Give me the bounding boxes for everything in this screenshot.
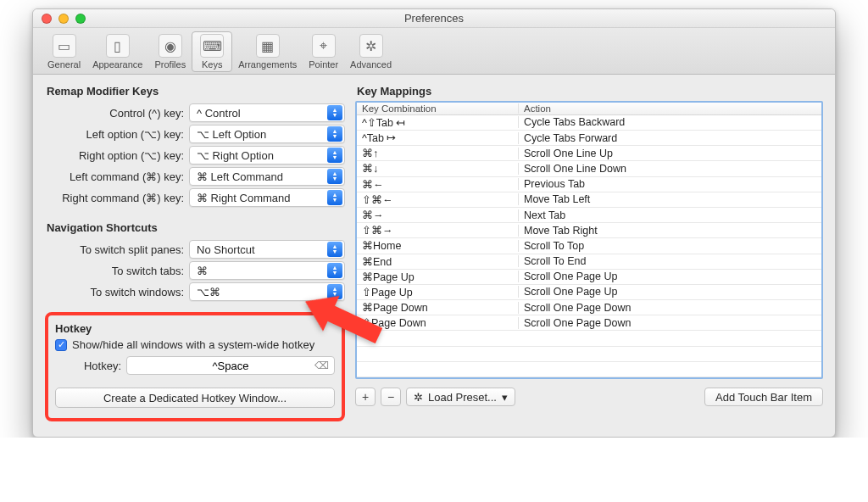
tab-label: Profiles bbox=[154, 59, 186, 70]
remap-label: Right command (⌘) key: bbox=[45, 192, 189, 204]
add-touchbar-button[interactable]: Add Touch Bar Item bbox=[704, 388, 823, 406]
tab-arrangements[interactable]: ▦ Arrangements bbox=[232, 31, 303, 72]
close-icon[interactable] bbox=[42, 14, 52, 24]
cell-combo: ⇧⌘→ bbox=[357, 224, 518, 237]
tab-profiles[interactable]: ◉ Profiles bbox=[148, 31, 192, 72]
showhide-label: Show/hide all windows with a system-wide… bbox=[72, 338, 314, 351]
cell-action: Scroll One Page Down bbox=[518, 302, 821, 314]
table-row[interactable]: ^Tab ↦ Cycle Tabs Forward bbox=[357, 131, 821, 146]
hotkey-field[interactable]: ^Space ⌫ bbox=[126, 356, 335, 375]
remap-row: Left option (⌥) key: ⌥ Left Option ▲▼ bbox=[45, 125, 345, 143]
minimize-icon[interactable] bbox=[58, 14, 69, 24]
table-row[interactable]: ⌘Page Up Scroll One Page Up bbox=[357, 270, 821, 285]
updown-icon: ▲▼ bbox=[327, 263, 342, 278]
clear-icon[interactable]: ⌫ bbox=[314, 360, 329, 371]
hotkey-field-value: ^Space bbox=[213, 360, 249, 372]
cell-combo: ^⇧Tab ↤ bbox=[357, 116, 518, 129]
arrangements-icon: ▦ bbox=[256, 34, 280, 58]
table-row[interactable]: ⇧⌘← Move Tab Left bbox=[357, 192, 821, 208]
remap-select[interactable]: ⌘ Right Command ▲▼ bbox=[189, 188, 345, 207]
tab-keys[interactable]: ⌨︎ Keys bbox=[192, 31, 232, 72]
showhide-checkbox[interactable]: ✓ bbox=[55, 339, 67, 351]
nav-label: To switch windows: bbox=[45, 286, 189, 298]
table-row-empty bbox=[357, 331, 821, 346]
tab-appearance[interactable]: ▯ Appearance bbox=[86, 31, 148, 72]
zoom-icon[interactable] bbox=[75, 14, 86, 24]
remap-value: ⌘ Left Command bbox=[197, 170, 283, 183]
keymap-title: Key Mappings bbox=[357, 85, 823, 98]
add-mapping-button[interactable]: + bbox=[355, 388, 376, 406]
cell-combo: ⌘↓ bbox=[357, 162, 518, 175]
remap-select[interactable]: ⌘ Left Command ▲▼ bbox=[189, 167, 345, 186]
cell-action: Scroll To Top bbox=[518, 240, 821, 252]
cell-combo: ^Tab ↦ bbox=[357, 131, 518, 144]
cell-combo: ⌘Page Up bbox=[357, 271, 518, 283]
window-title: Preferences bbox=[33, 12, 835, 25]
remap-title: Remap Modifier Keys bbox=[47, 85, 345, 98]
table-row[interactable]: ⌘Home Scroll To Top bbox=[357, 238, 821, 254]
hotkey-section: Hotkey ✓ Show/hide all windows with a sy… bbox=[45, 312, 345, 421]
cell-combo: ⇧⌘← bbox=[357, 193, 518, 206]
chevron-down-icon: ▾ bbox=[502, 391, 508, 404]
cell-action: Scroll One Line Down bbox=[518, 163, 821, 175]
table-row[interactable]: ⌘End Scroll To End bbox=[357, 254, 821, 270]
table-row[interactable]: ⌘← Previous Tab bbox=[357, 177, 821, 192]
remap-row: Control (^) key: ^ Control ▲▼ bbox=[45, 103, 345, 122]
remap-select[interactable]: ⌥ Left Option ▲▼ bbox=[189, 125, 345, 143]
table-row[interactable]: ⇧Page Down Scroll One Page Down bbox=[357, 315, 821, 331]
tab-label: Pointer bbox=[309, 59, 338, 70]
keymap-header: Key Combination Action bbox=[357, 103, 821, 115]
cell-combo: ⌘→ bbox=[357, 209, 518, 221]
cell-action: Cycle Tabs Forward bbox=[518, 132, 821, 144]
cell-action: Scroll To End bbox=[518, 255, 821, 267]
gear-icon: ✲ bbox=[414, 391, 423, 404]
titlebar[interactable]: Preferences bbox=[33, 9, 835, 28]
keymap-table[interactable]: Key Combination Action ^⇧Tab ↤ Cycle Tab… bbox=[355, 101, 823, 379]
load-preset-dropdown[interactable]: ✲ Load Preset... ▾ bbox=[406, 388, 515, 406]
remap-label: Right option (⌥) key: bbox=[45, 149, 189, 162]
cell-action: Scroll One Page Up bbox=[518, 271, 821, 282]
tab-advanced[interactable]: ✲ Advanced bbox=[344, 31, 398, 72]
table-row[interactable]: ⌘↓ Scroll One Line Down bbox=[357, 161, 821, 176]
keys-icon: ⌨︎ bbox=[200, 34, 224, 58]
remap-select[interactable]: ⌥ Right Option ▲▼ bbox=[189, 146, 345, 165]
hotkey-field-label: Hotkey: bbox=[55, 360, 126, 372]
remove-mapping-button[interactable]: − bbox=[381, 388, 401, 406]
left-column: Remap Modifier Keys Control (^) key: ^ C… bbox=[45, 83, 345, 421]
create-hotkey-window-button[interactable]: Create a Dedicated Hotkey Window... bbox=[55, 388, 335, 408]
table-row[interactable]: ⌘→ Next Tab bbox=[357, 208, 821, 223]
general-icon: ▭ bbox=[53, 34, 76, 58]
tab-label: Keys bbox=[202, 59, 222, 70]
pointer-icon: ⌖ bbox=[312, 34, 336, 58]
nav-select[interactable]: No Shortcut ▲▼ bbox=[189, 240, 345, 259]
header-action[interactable]: Action bbox=[518, 103, 821, 114]
nav-select[interactable]: ⌘ ▲▼ bbox=[189, 261, 345, 280]
nav-label: To switch tabs: bbox=[45, 265, 189, 277]
header-combo[interactable]: Key Combination bbox=[357, 103, 518, 114]
table-row[interactable]: ⇧Page Up Scroll One Page Up bbox=[357, 285, 821, 300]
tab-label: Arrangements bbox=[238, 59, 297, 70]
cell-action: Previous Tab bbox=[518, 178, 821, 190]
table-row[interactable]: ⌘Page Down Scroll One Page Down bbox=[357, 300, 821, 315]
cell-action: Scroll One Page Down bbox=[518, 317, 821, 329]
remap-label: Control (^) key: bbox=[45, 107, 189, 120]
table-row[interactable]: ^⇧Tab ↤ Cycle Tabs Backward bbox=[357, 115, 821, 131]
tab-label: Appearance bbox=[92, 59, 142, 70]
updown-icon: ▲▼ bbox=[327, 190, 342, 205]
nav-value: No Shortcut bbox=[197, 243, 255, 256]
table-row[interactable]: ⌘↑ Scroll One Line Up bbox=[357, 146, 821, 161]
remap-label: Left command (⌘) key: bbox=[45, 170, 189, 183]
table-row[interactable]: ⇧⌘→ Move Tab Right bbox=[357, 223, 821, 238]
nav-label: To switch split panes: bbox=[45, 243, 189, 256]
tab-pointer[interactable]: ⌖ Pointer bbox=[303, 31, 344, 72]
cell-combo: ⇧Page Up bbox=[357, 286, 518, 298]
remap-select[interactable]: ^ Control ▲▼ bbox=[189, 103, 345, 122]
nav-row: To switch tabs: ⌘ ▲▼ bbox=[45, 261, 345, 280]
cell-action: Cycle Tabs Backward bbox=[518, 116, 821, 128]
table-row-empty bbox=[357, 347, 821, 362]
tab-general[interactable]: ▭ General bbox=[42, 31, 86, 72]
remap-value: ⌘ Right Command bbox=[197, 192, 291, 204]
cell-combo: ⌘Page Down bbox=[357, 301, 518, 314]
cell-action: Scroll One Page Up bbox=[518, 286, 821, 298]
hotkey-title: Hotkey bbox=[55, 322, 335, 335]
